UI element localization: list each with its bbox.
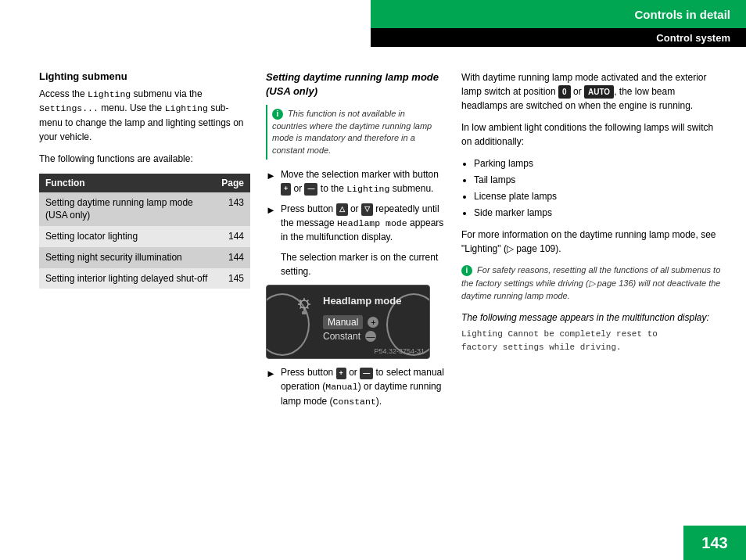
- lighting-submenu-title: Lighting submenu: [39, 70, 250, 82]
- code-settings: Settings...: [39, 103, 99, 113]
- function-table: Function Page Setting daytime running la…: [39, 174, 250, 289]
- plus-btn: +: [281, 183, 291, 196]
- right-para2: In low ambient light conditions the foll…: [461, 120, 723, 149]
- header-title: Controls in detail: [634, 8, 730, 21]
- bullet-list: Parking lampsTail lampsLicense plate lam…: [474, 156, 723, 220]
- table-cell-page: 144: [215, 226, 250, 247]
- code-manual: Manual: [325, 382, 357, 392]
- headlamp-display: Headlamp mode Manual + Constant — P54.32…: [266, 285, 430, 359]
- display-caption: P54.32-3754-31: [374, 347, 425, 355]
- table-cell-func: Setting night security illumination: [39, 247, 215, 268]
- display-constant: Constant: [323, 331, 360, 342]
- table-row: Setting interior lighting delayed shut-o…: [39, 268, 250, 289]
- table-header-page: Page: [215, 174, 250, 192]
- code-constant: Constant: [333, 397, 376, 407]
- table-cell-func: Setting daytime running lamp mode (USA o…: [39, 192, 215, 227]
- left-column: Lighting submenu Access the Lighting sub…: [39, 70, 250, 544]
- step3-text: The selection marker is on the current s…: [281, 250, 446, 278]
- lighting-submenu-para1: Access the Lighting submenu via the Sett…: [39, 87, 250, 144]
- arrow4: ►: [266, 366, 276, 408]
- minus-btn2: —: [360, 368, 373, 380]
- step1: ► Move the selection marker with button …: [266, 167, 446, 196]
- table-row: Setting locator lighting144: [39, 226, 250, 247]
- bullet-item: License plate lamps: [474, 189, 723, 203]
- bullet-item: Side marker lamps: [474, 206, 723, 220]
- minus-btn: —: [304, 183, 317, 196]
- code-headlamp: Headlamp mode: [337, 218, 407, 228]
- svg-line-6: [307, 307, 309, 309]
- nav-up-btn: △: [336, 203, 348, 216]
- badge-0: 0: [558, 85, 571, 99]
- table-cell-page: 144: [215, 247, 250, 268]
- sub-header: Control system: [371, 28, 746, 47]
- step3: ► The selection marker is on the current…: [266, 250, 446, 278]
- arrow1: ►: [266, 168, 276, 196]
- info-icon-mid: i: [272, 109, 283, 120]
- code-display: Lighting Cannot be completely reset tofa…: [461, 328, 723, 355]
- display-title: Headlamp mode: [323, 295, 401, 307]
- page-number: 143: [701, 534, 727, 552]
- right-para3: For more information on the daytime runn…: [461, 228, 723, 256]
- code-lighting: Lighting: [88, 89, 131, 99]
- header-bar: Controls in detail: [371, 0, 746, 28]
- step4: ► Press button + or — to select manual o…: [266, 365, 446, 408]
- lamp-icon: [295, 296, 314, 315]
- plus-btn2: +: [336, 368, 346, 380]
- svg-line-8: [307, 300, 309, 302]
- display-minus-btn: —: [365, 331, 376, 342]
- right-column: With daytime running lamp mode activated…: [461, 70, 723, 544]
- badge-auto: AUTO: [584, 85, 614, 99]
- svg-line-5: [300, 300, 302, 302]
- italic-title: The following message appears in the mul…: [461, 311, 723, 325]
- code-lighting2: Lighting: [165, 103, 208, 113]
- code-line: Lighting Cannot be completely reset to: [461, 328, 723, 342]
- svg-rect-9: [302, 311, 307, 314]
- info-icon-right: i: [461, 265, 472, 276]
- bullet-item: Tail lamps: [474, 173, 723, 187]
- right-info-box: i For safety reasons, resetting all the …: [461, 264, 723, 303]
- arrow2: ►: [266, 203, 276, 244]
- table-row: Setting night security illumination144: [39, 247, 250, 268]
- display-manual: Manual: [323, 315, 363, 329]
- bullet-item: Parking lamps: [474, 156, 723, 171]
- display-plus-btn: +: [368, 317, 378, 328]
- table-cell-page: 145: [215, 268, 250, 289]
- right-para1: With daytime running lamp mode activated…: [461, 70, 723, 113]
- svg-line-7: [300, 307, 302, 309]
- step1-text: Move the selection marker with button + …: [281, 167, 446, 196]
- code-line: factory settings while driving.: [461, 341, 723, 355]
- table-cell-func: Setting locator lighting: [39, 226, 215, 247]
- step2-text: Press button △ or ▽ repeatedly until the…: [281, 202, 446, 244]
- code-lighting3: Lighting: [346, 184, 389, 194]
- display-option2: Constant —: [323, 331, 376, 342]
- display-option1: Manual +: [323, 315, 378, 329]
- nav-down-btn: ▽: [361, 203, 373, 216]
- table-cell-func: Setting interior lighting delayed shut-o…: [39, 268, 215, 289]
- lighting-submenu-para2: The following functions are available:: [39, 152, 250, 166]
- table-cell-page: 143: [215, 192, 250, 227]
- mid-info-text: This function is not available in countr…: [272, 109, 432, 154]
- table-row: Setting daytime running lamp mode (USA o…: [39, 192, 250, 227]
- mid-info-box: i This function is not available in coun…: [266, 105, 446, 160]
- step4-text: Press button + or — to select manual ope…: [281, 365, 446, 408]
- middle-column: Setting daytime running lamp mode (USA o…: [266, 70, 446, 544]
- table-header-function: Function: [39, 174, 215, 192]
- sub-header-title: Control system: [656, 32, 730, 44]
- main-content: Lighting submenu Access the Lighting sub…: [0, 55, 746, 560]
- step2: ► Press button △ or ▽ repeatedly until t…: [266, 202, 446, 244]
- mid-section-title: Setting daytime running lamp mode (USA o…: [266, 70, 446, 99]
- right-info-text: For safety reasons, resetting all the fu…: [461, 265, 720, 300]
- page-number-box: 143: [683, 526, 746, 560]
